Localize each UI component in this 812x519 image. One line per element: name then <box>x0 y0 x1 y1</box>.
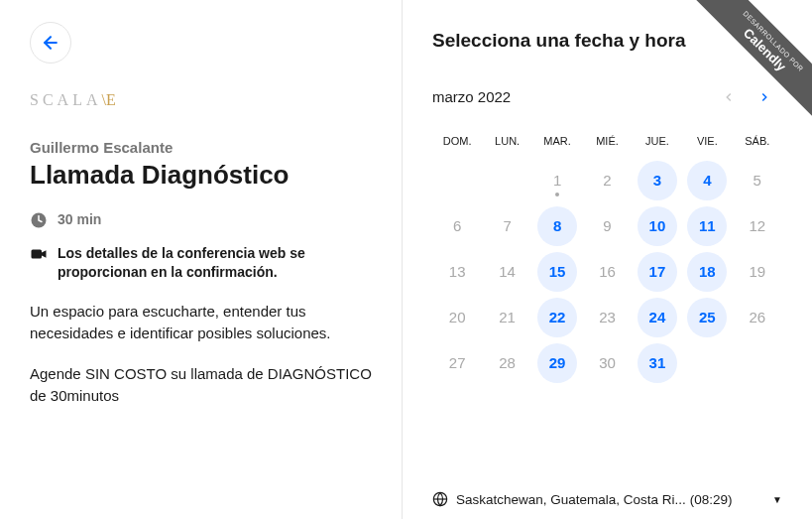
calendar-day[interactable]: 11 <box>682 204 732 248</box>
calendar-blank <box>733 341 782 385</box>
weekday-label: MAR. <box>532 129 582 153</box>
calendar-day[interactable]: 24 <box>633 296 682 339</box>
timezone-selector[interactable]: Saskatchewan, Guatemala, Costa Ri... (08… <box>432 481 782 507</box>
calendar-day[interactable]: 8 <box>532 204 582 248</box>
event-details-panel: SCALA\E Guillermo Escalante Llamada Diag… <box>0 0 403 519</box>
weekday-label: JUE. <box>633 129 682 153</box>
calendar-day: 27 <box>432 341 482 385</box>
calendar-day[interactable]: 3 <box>633 159 682 202</box>
calendar-day[interactable]: 17 <box>633 250 682 294</box>
calendar-blank <box>482 159 531 202</box>
conference-text: Los detalles de la conferencia web se pr… <box>58 244 372 283</box>
calendar-day: 28 <box>482 341 531 385</box>
calendar-day: 16 <box>582 250 632 294</box>
organizer-name: Guillermo Escalante <box>30 139 372 156</box>
arrow-left-icon <box>41 33 60 53</box>
calendar-day[interactable]: 22 <box>532 296 582 339</box>
weekday-label: LUN. <box>482 129 531 153</box>
conference-row: Los detalles de la conferencia web se pr… <box>30 244 372 283</box>
calendar-day: 23 <box>582 296 632 339</box>
video-icon <box>30 245 48 263</box>
calendar-day[interactable]: 10 <box>633 204 682 248</box>
calendar-day: 21 <box>482 296 531 339</box>
calendar-day[interactable]: 25 <box>682 296 732 339</box>
calendar-day: 7 <box>482 204 531 248</box>
back-button[interactable] <box>30 22 71 64</box>
calendar-day[interactable]: 29 <box>532 341 582 385</box>
chevron-right-icon <box>757 90 771 104</box>
weekday-label: MIÉ. <box>582 129 632 153</box>
calendar-day: 13 <box>432 250 482 294</box>
calendar-day: 19 <box>733 250 782 294</box>
calendar-day: 30 <box>582 341 632 385</box>
calendar-blank <box>432 159 482 202</box>
calendar-day[interactable]: 15 <box>532 250 582 294</box>
month-navigation: marzo 2022 <box>432 79 782 115</box>
duration-row: 30 min <box>30 210 372 230</box>
weekday-label: VIE. <box>682 129 732 153</box>
calendar-day[interactable]: 18 <box>682 250 732 294</box>
svg-rect-2 <box>32 249 43 258</box>
calendar-day: 2 <box>582 159 632 202</box>
calendar-day: 1 <box>532 159 582 202</box>
calendar-day: 5 <box>733 159 782 202</box>
calendar-day: 20 <box>432 296 482 339</box>
calendar-day[interactable]: 4 <box>682 159 732 202</box>
calendar-day: 12 <box>733 204 782 248</box>
next-month-button[interactable] <box>747 79 782 115</box>
calendar-day: 14 <box>482 250 531 294</box>
month-label: marzo 2022 <box>432 88 711 105</box>
prev-month-button[interactable] <box>711 79 747 115</box>
event-title: Llamada Diagnóstico <box>30 160 372 191</box>
select-date-heading: Selecciona una fecha y hora <box>432 28 690 54</box>
organizer-logo: SCALA\E <box>30 91 372 109</box>
weekday-label: DOM. <box>432 129 482 153</box>
calendar-blank <box>682 341 732 385</box>
chevron-down-icon: ▼ <box>772 494 782 505</box>
globe-icon <box>432 491 448 507</box>
calendar-day: 6 <box>432 204 482 248</box>
calendar-panel: Selecciona una fecha y hora marzo 2022 D… <box>403 0 812 519</box>
calendar-day: 26 <box>733 296 782 339</box>
weekday-label: SÁB. <box>733 129 782 153</box>
event-description: Un espacio para escucharte, entender tus… <box>30 301 372 408</box>
clock-icon <box>30 211 48 229</box>
calendar-day[interactable]: 31 <box>633 341 682 385</box>
timezone-text: Saskatchewan, Guatemala, Costa Ri... (08… <box>456 492 764 507</box>
chevron-left-icon <box>722 90 736 104</box>
calendar-grid: DOM.LUN.MAR.MIÉ.JUE.VIE.SÁB. 12345678910… <box>432 129 782 385</box>
calendar-day: 9 <box>582 204 632 248</box>
duration-text: 30 min <box>58 210 101 230</box>
